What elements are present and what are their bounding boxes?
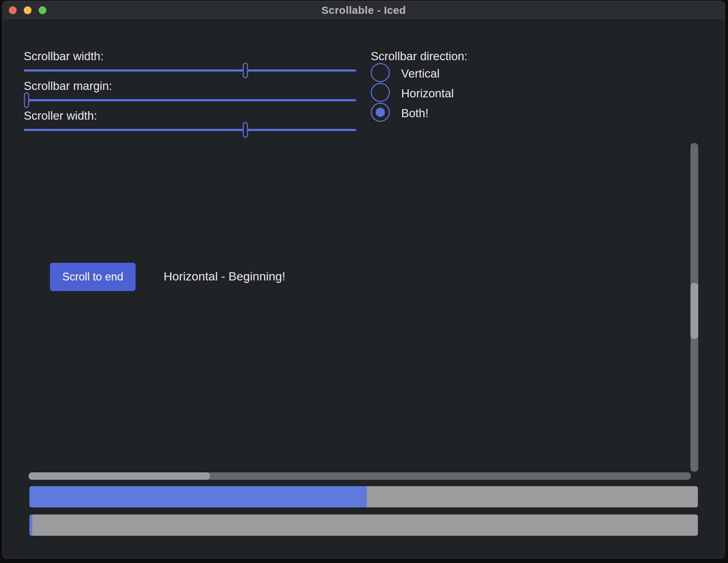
slider-handle[interactable] bbox=[243, 122, 248, 138]
scroll-to-end-button[interactable]: Scroll to end bbox=[50, 263, 136, 291]
horizontal-progress-bar bbox=[29, 486, 698, 507]
slider-rail[interactable] bbox=[24, 99, 356, 101]
radio-both[interactable] bbox=[371, 103, 390, 122]
progress-fill bbox=[29, 514, 32, 536]
vertical-scrollbar-thumb[interactable] bbox=[690, 283, 698, 339]
close-icon[interactable] bbox=[9, 6, 17, 14]
scroller-width-label: Scroller width: bbox=[24, 109, 97, 123]
scrollbar-margin-label: Scrollbar margin: bbox=[24, 79, 112, 93]
zoom-icon[interactable] bbox=[39, 6, 46, 14]
scrollbar-margin-slider[interactable] bbox=[24, 92, 356, 108]
radio-both-label[interactable]: Both! bbox=[401, 107, 428, 120]
scroll-status-text: Horizontal - Beginning! bbox=[164, 269, 285, 283]
horizontal-scrollbar-track[interactable] bbox=[29, 472, 691, 480]
scroller-width-slider[interactable] bbox=[24, 122, 356, 138]
slider-rail[interactable] bbox=[24, 69, 356, 72]
scrollbar-width-label: Scrollbar width: bbox=[24, 50, 104, 63]
radio-dot bbox=[376, 108, 385, 117]
slider-handle[interactable] bbox=[243, 63, 248, 78]
radio-vertical[interactable] bbox=[371, 63, 390, 82]
vertical-progress-bar bbox=[29, 514, 698, 536]
scrollbar-direction-label: Scrollbar direction: bbox=[371, 50, 467, 63]
scrollbar-width-slider[interactable] bbox=[24, 63, 356, 78]
minimize-icon[interactable] bbox=[24, 6, 32, 14]
app-window: Scrollable - Iced Scrollbar width: Scrol… bbox=[2, 1, 725, 559]
vertical-scrollbar-track[interactable] bbox=[690, 143, 698, 472]
radio-horizontal[interactable] bbox=[371, 83, 390, 102]
slider-handle[interactable] bbox=[24, 92, 29, 108]
window-title: Scrollable - Iced bbox=[322, 4, 406, 16]
titlebar: Scrollable - Iced bbox=[2, 1, 725, 20]
progress-fill bbox=[29, 486, 367, 507]
horizontal-scrollbar-thumb[interactable] bbox=[29, 472, 210, 480]
radio-horizontal-label[interactable]: Horizontal bbox=[401, 87, 454, 100]
slider-rail[interactable] bbox=[24, 129, 356, 131]
traffic-lights bbox=[2, 1, 46, 19]
radio-vertical-label[interactable]: Vertical bbox=[401, 67, 439, 80]
